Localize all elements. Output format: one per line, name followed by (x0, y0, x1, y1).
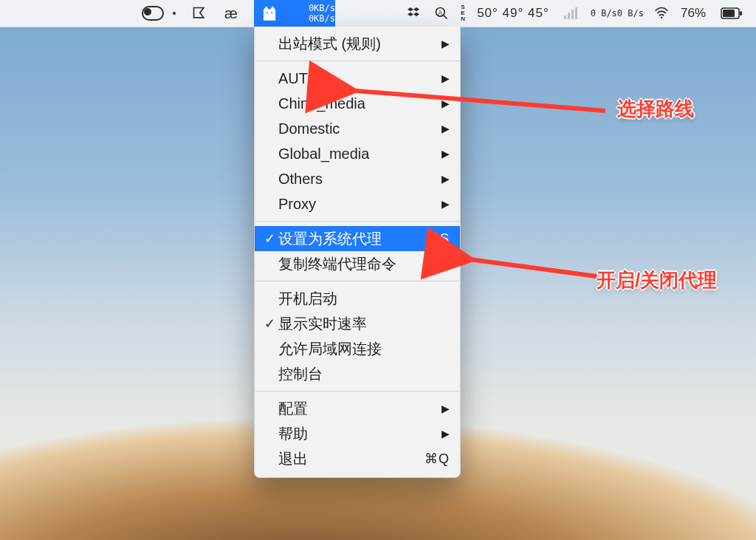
menu-separator (255, 391, 459, 392)
net-down: 0 B/s (617, 8, 644, 18)
clashx-icon[interactable] (254, 0, 285, 27)
svg-rect-7 (723, 10, 735, 17)
menu-separator (255, 281, 459, 281)
search-a-icon[interactable]: A (428, 6, 455, 21)
dot-icon (167, 12, 182, 15)
clashx-rate: 0KB/s 0KB/s (285, 0, 340, 27)
menu-route-proxy[interactable]: Proxy▶ (255, 191, 460, 216)
menu-shortcut: ⌘C (425, 256, 450, 272)
menu-show-rate[interactable]: ✓显示实时速率 (255, 311, 460, 336)
flag-icon[interactable] (186, 0, 213, 27)
menu-item-label: 退出 (278, 449, 425, 469)
battery-icon[interactable] (715, 7, 749, 19)
clashx-rate-up: 0KB/s (309, 3, 335, 13)
svg-line-9 (347, 90, 605, 111)
menu-route-label: Others (278, 171, 441, 188)
check-icon: ✓ (261, 230, 278, 247)
ae-icon[interactable]: æ (219, 0, 244, 27)
menu-item-label: 配置 (278, 399, 441, 419)
chevron-right-icon: ▶ (441, 38, 450, 49)
annotation-arrow-route (340, 80, 620, 124)
chevron-right-icon: ▶ (441, 173, 450, 185)
annotation-arrow-proxy (456, 245, 604, 290)
chevron-right-icon: ▶ (441, 403, 450, 414)
toggle-icon[interactable] (136, 0, 170, 27)
cell-bars-icon (555, 7, 586, 19)
svg-point-0 (267, 12, 268, 13)
menu-item-label: 帮助 (278, 424, 441, 444)
weather-temps[interactable]: 50° 49° 45° (471, 6, 555, 21)
menu-set-proxy-label: 设置为系统代理 (278, 229, 426, 249)
svg-point-5 (661, 17, 663, 19)
svg-line-3 (444, 16, 447, 19)
menu-item-label: 显示实时速率 (278, 314, 450, 334)
menu-item-label: 控制台 (278, 364, 450, 384)
clashx-rate-down: 0KB/s (309, 13, 335, 24)
menu-item-label: 开机启动 (278, 289, 450, 309)
menu-separator (255, 61, 459, 61)
menu-route-global-media[interactable]: Global_media▶ (255, 141, 460, 166)
svg-rect-8 (740, 11, 742, 16)
menu-console[interactable]: 控制台 (255, 361, 460, 386)
network-bytes: 0 B/s 0 B/s (586, 8, 648, 18)
chevron-right-icon: ▶ (441, 123, 450, 134)
menubar: æ 0KB/s 0KB/s A S E N 50° 49° 45° 0 B/s … (0, 0, 756, 27)
menu-copy-cmd-label: 复制终端代理命令 (278, 254, 425, 274)
chevron-right-icon: ▶ (441, 148, 450, 160)
menu-route-others[interactable]: Others▶ (255, 166, 460, 191)
annotation-proxy-label: 开启/关闭代理 (597, 267, 717, 293)
menu-shortcut: ⌘S (426, 230, 450, 247)
menu-outbound-label: 出站模式 (规则) (278, 34, 441, 54)
check-icon: ✓ (261, 315, 278, 332)
menu-outbound-mode[interactable]: 出站模式 (规则) ▶ (255, 31, 460, 56)
menu-allow-lan[interactable]: 允许局域网连接 (255, 336, 460, 361)
menu-help[interactable]: 帮助▶ (255, 421, 460, 446)
chevron-right-icon: ▶ (441, 198, 450, 210)
annotation-route-label: 选择路线 (617, 96, 694, 122)
sen-icon[interactable]: S E N (455, 4, 471, 22)
menu-copy-terminal-cmd[interactable]: 复制终端代理命令 ⌘C (255, 251, 460, 276)
battery-percent: 76% (675, 6, 712, 21)
svg-line-10 (464, 259, 597, 276)
chevron-right-icon: ▶ (441, 428, 450, 440)
menu-item-label: 允许局域网连接 (278, 339, 450, 359)
menu-quit[interactable]: 退出 ⌘Q (255, 446, 460, 471)
net-up: 0 B/s (591, 8, 617, 18)
menu-set-system-proxy[interactable]: ✓ 设置为系统代理 ⌘S (255, 226, 460, 251)
wifi-icon[interactable] (648, 6, 675, 21)
menu-route-label: Global_media (278, 146, 441, 163)
menu-config[interactable]: 配置▶ (255, 396, 460, 421)
menu-separator (255, 221, 459, 222)
menu-shortcut: ⌘Q (425, 451, 450, 467)
menubar-right: A S E N 50° 49° 45° 0 B/s 0 B/s 76% (402, 4, 749, 22)
dropbox-icon[interactable] (402, 6, 428, 21)
svg-text:A: A (439, 9, 443, 16)
menu-route-label: Proxy (278, 196, 441, 213)
menu-launch-at-login[interactable]: 开机启动 (255, 286, 460, 311)
svg-point-1 (271, 12, 272, 13)
